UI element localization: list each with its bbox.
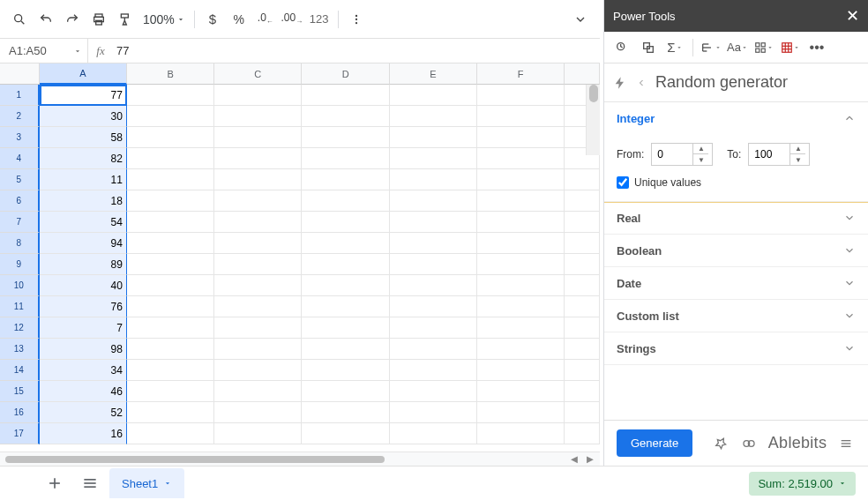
row-header[interactable]: 17 [0, 423, 40, 444]
scroll-left-icon[interactable]: ◄ [568, 453, 580, 466]
cell[interactable]: 34 [40, 360, 127, 381]
cell[interactable] [390, 233, 477, 254]
redo-icon[interactable] [60, 7, 85, 32]
spacing-icon[interactable] [699, 35, 723, 60]
cell[interactable] [127, 296, 214, 317]
cell[interactable] [127, 190, 214, 212]
cell[interactable] [477, 148, 565, 169]
cell[interactable] [565, 360, 600, 381]
spinner-up-icon[interactable]: ▲ [693, 144, 708, 154]
cell[interactable] [477, 317, 565, 339]
spinner-down-icon[interactable]: ▼ [693, 154, 708, 165]
cell[interactable] [477, 423, 565, 444]
cell[interactable] [214, 423, 302, 444]
cell[interactable] [390, 148, 477, 169]
cell[interactable] [477, 381, 565, 402]
cell[interactable] [565, 212, 600, 233]
cell[interactable]: 76 [40, 296, 127, 317]
cell[interactable] [127, 402, 214, 423]
cell[interactable] [127, 212, 214, 233]
link-icon[interactable] [739, 433, 760, 454]
column-header[interactable]: D [302, 63, 389, 85]
cell[interactable] [214, 190, 302, 212]
cell[interactable] [214, 402, 302, 423]
accordion-header-date[interactable]: Date [604, 267, 868, 299]
cell[interactable] [477, 106, 565, 127]
cell[interactable] [127, 254, 214, 275]
cell[interactable] [302, 127, 389, 148]
cell[interactable] [127, 106, 214, 127]
scroll-right-icon[interactable]: ► [584, 453, 596, 466]
cell[interactable] [127, 148, 214, 169]
cell[interactable] [302, 148, 389, 169]
from-input[interactable]: ▲▼ [651, 143, 713, 166]
cell[interactable] [302, 317, 389, 339]
sheet-tab[interactable]: Sheet1 [109, 468, 184, 498]
row-header[interactable]: 5 [0, 169, 40, 190]
decrease-decimal-icon[interactable]: .0← [253, 7, 278, 32]
cell[interactable]: 77 [40, 85, 127, 106]
to-input[interactable]: ▲▼ [748, 143, 810, 166]
cell[interactable] [214, 212, 302, 233]
cell[interactable] [127, 275, 214, 296]
cell[interactable] [390, 275, 477, 296]
cell[interactable] [214, 275, 302, 296]
cell[interactable] [127, 233, 214, 254]
cell[interactable] [477, 360, 565, 381]
chevron-down-icon[interactable] [568, 7, 593, 32]
cell[interactable] [477, 339, 565, 360]
cell[interactable] [477, 296, 565, 317]
row-header[interactable]: 14 [0, 360, 40, 381]
cell[interactable] [477, 85, 565, 106]
cell[interactable] [302, 233, 389, 254]
cell[interactable] [390, 317, 477, 339]
cell[interactable] [302, 190, 389, 212]
cell[interactable] [390, 127, 477, 148]
cell[interactable] [477, 233, 565, 254]
cell[interactable] [477, 169, 565, 190]
accordion-header-real[interactable]: Real [604, 202, 868, 234]
cell[interactable]: 7 [40, 317, 127, 339]
scrollbar-thumb[interactable] [5, 456, 385, 463]
cell[interactable] [390, 254, 477, 275]
row-header[interactable]: 7 [0, 212, 40, 233]
cell[interactable] [127, 423, 214, 444]
cell[interactable] [302, 106, 389, 127]
cell[interactable] [477, 127, 565, 148]
grid-tool-icon[interactable] [752, 35, 776, 60]
cell[interactable] [565, 169, 600, 190]
cell[interactable] [214, 85, 302, 106]
pin-icon[interactable] [710, 433, 730, 454]
print-icon[interactable] [86, 7, 111, 32]
clear-tool-icon[interactable] [778, 35, 803, 60]
currency-format-icon[interactable]: $ [200, 7, 225, 32]
cell[interactable] [127, 317, 214, 339]
cell[interactable] [390, 190, 477, 212]
cell[interactable] [214, 148, 302, 169]
unique-values-checkbox[interactable]: Unique values [617, 176, 856, 189]
all-sheets-icon[interactable] [74, 467, 106, 499]
cell[interactable] [565, 275, 600, 296]
column-header[interactable]: A [40, 63, 127, 85]
column-header[interactable]: E [390, 63, 477, 85]
cell[interactable]: 40 [40, 275, 127, 296]
cell[interactable] [390, 106, 477, 127]
cell[interactable] [214, 233, 302, 254]
cell[interactable] [302, 402, 389, 423]
cell[interactable] [565, 190, 600, 212]
cell[interactable] [302, 275, 389, 296]
vertical-scrollbar[interactable] [586, 85, 600, 155]
spinner-down-icon[interactable]: ▼ [790, 154, 805, 165]
cell[interactable] [302, 212, 389, 233]
cell[interactable]: 52 [40, 402, 127, 423]
accordion-header-integer[interactable]: Integer [604, 102, 868, 134]
back-icon[interactable] [636, 78, 647, 88]
cell[interactable] [477, 402, 565, 423]
close-icon[interactable]: ✕ [846, 6, 859, 26]
status-summary[interactable]: Sum: 2,519.00 [749, 472, 856, 496]
cell[interactable] [302, 381, 389, 402]
zoom-dropdown[interactable]: 100% [139, 12, 189, 26]
cell[interactable] [390, 85, 477, 106]
cell[interactable] [390, 296, 477, 317]
cell[interactable] [302, 254, 389, 275]
